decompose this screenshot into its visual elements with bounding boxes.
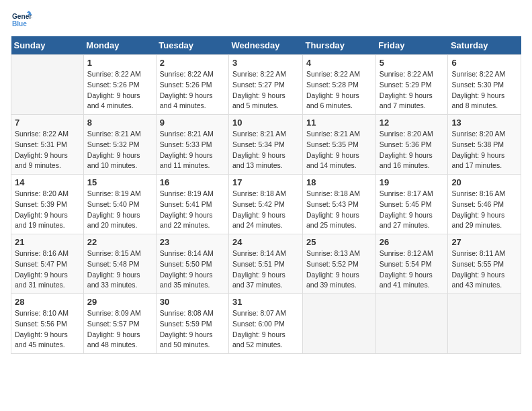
day-number: 1 — [87, 58, 152, 68]
day-cell: 10Sunrise: 8:21 AM Sunset: 5:34 PM Dayli… — [229, 115, 303, 175]
day-info: Sunrise: 8:19 AM Sunset: 5:40 PM Dayligh… — [87, 189, 152, 231]
day-info: Sunrise: 8:16 AM Sunset: 5:47 PM Dayligh… — [15, 248, 80, 291]
day-number: 3 — [232, 58, 299, 68]
day-info: Sunrise: 8:22 AM Sunset: 5:30 PM Dayligh… — [451, 69, 517, 111]
day-info: Sunrise: 8:17 AM Sunset: 5:45 PM Dayligh… — [380, 189, 445, 231]
calendar-header: SundayMondayTuesdayWednesdayThursdayFrid… — [11, 36, 521, 55]
day-cell — [11, 55, 84, 115]
day-number: 5 — [380, 58, 445, 68]
calendar-table: SundayMondayTuesdayWednesdayThursdayFrid… — [11, 36, 521, 354]
day-info: Sunrise: 8:07 AM Sunset: 6:00 PM Dayligh… — [232, 308, 299, 351]
logo: General Blue — [11, 11, 35, 30]
column-header-wednesday: Wednesday — [229, 36, 303, 55]
day-info: Sunrise: 8:21 AM Sunset: 5:33 PM Dayligh… — [160, 129, 225, 171]
day-info: Sunrise: 8:19 AM Sunset: 5:41 PM Dayligh… — [160, 189, 225, 231]
day-cell: 11Sunrise: 8:21 AM Sunset: 5:35 PM Dayli… — [303, 115, 376, 175]
day-info: Sunrise: 8:18 AM Sunset: 5:42 PM Dayligh… — [232, 189, 299, 231]
day-number: 11 — [306, 118, 372, 128]
day-info: Sunrise: 8:12 AM Sunset: 5:54 PM Dayligh… — [380, 248, 445, 291]
day-cell: 31Sunrise: 8:07 AM Sunset: 6:00 PM Dayli… — [229, 294, 303, 354]
column-header-thursday: Thursday — [303, 36, 376, 55]
day-number: 20 — [451, 177, 517, 187]
day-cell: 7Sunrise: 8:22 AM Sunset: 5:31 PM Daylig… — [11, 115, 84, 175]
day-cell: 14Sunrise: 8:20 AM Sunset: 5:39 PM Dayli… — [11, 175, 84, 234]
day-cell: 24Sunrise: 8:14 AM Sunset: 5:51 PM Dayli… — [229, 234, 303, 294]
column-header-monday: Monday — [83, 36, 156, 55]
day-cell: 20Sunrise: 8:16 AM Sunset: 5:46 PM Dayli… — [448, 175, 521, 234]
logo-icon: General Blue — [11, 11, 32, 30]
header-row: SundayMondayTuesdayWednesdayThursdayFrid… — [11, 36, 521, 55]
column-header-friday: Friday — [375, 36, 448, 55]
day-number: 9 — [160, 118, 225, 128]
day-number: 12 — [380, 118, 445, 128]
page-header: General Blue — [11, 11, 521, 30]
day-cell: 21Sunrise: 8:16 AM Sunset: 5:47 PM Dayli… — [11, 234, 84, 294]
day-cell: 8Sunrise: 8:21 AM Sunset: 5:32 PM Daylig… — [83, 115, 156, 175]
day-info: Sunrise: 8:10 AM Sunset: 5:56 PM Dayligh… — [15, 308, 80, 351]
day-cell: 9Sunrise: 8:21 AM Sunset: 5:33 PM Daylig… — [156, 115, 228, 175]
day-cell — [375, 294, 448, 354]
day-cell: 4Sunrise: 8:22 AM Sunset: 5:28 PM Daylig… — [303, 55, 376, 115]
day-number: 6 — [451, 58, 517, 68]
day-cell: 1Sunrise: 8:22 AM Sunset: 5:26 PM Daylig… — [83, 55, 156, 115]
day-cell: 17Sunrise: 8:18 AM Sunset: 5:42 PM Dayli… — [229, 175, 303, 234]
day-number: 28 — [15, 297, 80, 307]
day-number: 13 — [451, 118, 517, 128]
day-cell: 13Sunrise: 8:20 AM Sunset: 5:38 PM Dayli… — [448, 115, 521, 175]
day-number: 21 — [15, 237, 80, 247]
day-number: 31 — [232, 297, 299, 307]
day-info: Sunrise: 8:21 AM Sunset: 5:34 PM Dayligh… — [232, 129, 299, 171]
day-number: 26 — [380, 237, 445, 247]
day-cell: 19Sunrise: 8:17 AM Sunset: 5:45 PM Dayli… — [375, 175, 448, 234]
day-info: Sunrise: 8:08 AM Sunset: 5:59 PM Dayligh… — [160, 308, 225, 351]
day-cell: 26Sunrise: 8:12 AM Sunset: 5:54 PM Dayli… — [375, 234, 448, 294]
day-info: Sunrise: 8:15 AM Sunset: 5:48 PM Dayligh… — [87, 248, 152, 291]
day-cell: 29Sunrise: 8:09 AM Sunset: 5:57 PM Dayli… — [83, 294, 156, 354]
day-info: Sunrise: 8:21 AM Sunset: 5:32 PM Dayligh… — [87, 129, 152, 171]
day-number: 7 — [15, 118, 80, 128]
day-number: 23 — [160, 237, 225, 247]
day-number: 10 — [232, 118, 299, 128]
day-number: 8 — [87, 118, 152, 128]
day-cell: 28Sunrise: 8:10 AM Sunset: 5:56 PM Dayli… — [11, 294, 84, 354]
day-number: 30 — [160, 297, 225, 307]
day-cell: 5Sunrise: 8:22 AM Sunset: 5:29 PM Daylig… — [375, 55, 448, 115]
calendar-body: 1Sunrise: 8:22 AM Sunset: 5:26 PM Daylig… — [11, 55, 521, 354]
day-number: 22 — [87, 237, 152, 247]
day-cell: 23Sunrise: 8:14 AM Sunset: 5:50 PM Dayli… — [156, 234, 228, 294]
day-number: 25 — [306, 237, 372, 247]
day-info: Sunrise: 8:20 AM Sunset: 5:38 PM Dayligh… — [451, 129, 517, 171]
day-info: Sunrise: 8:14 AM Sunset: 5:51 PM Dayligh… — [232, 248, 299, 291]
day-cell: 27Sunrise: 8:11 AM Sunset: 5:55 PM Dayli… — [448, 234, 521, 294]
day-cell: 12Sunrise: 8:20 AM Sunset: 5:36 PM Dayli… — [375, 115, 448, 175]
week-row-4: 21Sunrise: 8:16 AM Sunset: 5:47 PM Dayli… — [11, 234, 521, 294]
day-cell: 30Sunrise: 8:08 AM Sunset: 5:59 PM Dayli… — [156, 294, 228, 354]
day-info: Sunrise: 8:22 AM Sunset: 5:27 PM Dayligh… — [232, 69, 299, 111]
day-number: 18 — [306, 177, 372, 187]
day-cell: 22Sunrise: 8:15 AM Sunset: 5:48 PM Dayli… — [83, 234, 156, 294]
day-number: 4 — [306, 58, 372, 68]
day-info: Sunrise: 8:14 AM Sunset: 5:50 PM Dayligh… — [160, 248, 225, 291]
day-info: Sunrise: 8:20 AM Sunset: 5:36 PM Dayligh… — [380, 129, 445, 171]
day-info: Sunrise: 8:11 AM Sunset: 5:55 PM Dayligh… — [451, 248, 517, 291]
day-info: Sunrise: 8:18 AM Sunset: 5:43 PM Dayligh… — [306, 189, 372, 231]
day-cell — [303, 294, 376, 354]
day-cell: 2Sunrise: 8:22 AM Sunset: 5:26 PM Daylig… — [156, 55, 228, 115]
day-info: Sunrise: 8:22 AM Sunset: 5:26 PM Dayligh… — [160, 69, 225, 111]
day-cell: 3Sunrise: 8:22 AM Sunset: 5:27 PM Daylig… — [229, 55, 303, 115]
day-info: Sunrise: 8:22 AM Sunset: 5:28 PM Dayligh… — [306, 69, 372, 111]
column-header-saturday: Saturday — [448, 36, 521, 55]
day-number: 27 — [451, 237, 517, 247]
day-cell: 18Sunrise: 8:18 AM Sunset: 5:43 PM Dayli… — [303, 175, 376, 234]
day-cell: 25Sunrise: 8:13 AM Sunset: 5:52 PM Dayli… — [303, 234, 376, 294]
day-info: Sunrise: 8:22 AM Sunset: 5:29 PM Dayligh… — [380, 69, 445, 111]
day-cell — [448, 294, 521, 354]
week-row-3: 14Sunrise: 8:20 AM Sunset: 5:39 PM Dayli… — [11, 175, 521, 234]
day-info: Sunrise: 8:13 AM Sunset: 5:52 PM Dayligh… — [306, 248, 372, 291]
week-row-2: 7Sunrise: 8:22 AM Sunset: 5:31 PM Daylig… — [11, 115, 521, 175]
day-number: 14 — [15, 177, 80, 187]
day-cell: 16Sunrise: 8:19 AM Sunset: 5:41 PM Dayli… — [156, 175, 228, 234]
column-header-tuesday: Tuesday — [156, 36, 228, 55]
day-info: Sunrise: 8:21 AM Sunset: 5:35 PM Dayligh… — [306, 129, 372, 171]
day-number: 29 — [87, 297, 152, 307]
